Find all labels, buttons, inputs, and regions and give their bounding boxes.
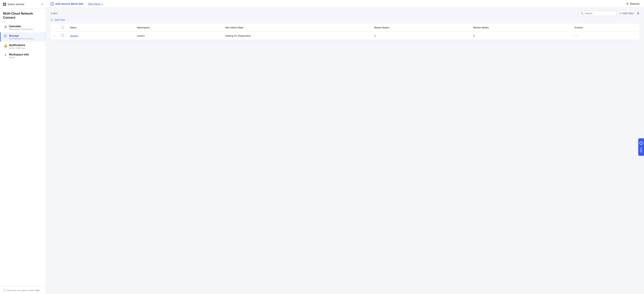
help-panel[interactable]: ? Help — [638, 138, 644, 156]
service-select-label: Select service — [8, 3, 40, 6]
row-checkbox[interactable] — [61, 34, 64, 37]
col-actions: Actions — [571, 24, 640, 32]
col-site-admin-state: Site Admin State — [222, 24, 371, 32]
refresh-button[interactable]: ↻ Refresh — [626, 2, 640, 6]
plus-icon: + — [50, 2, 54, 6]
grid-icon — [3, 3, 6, 6]
sidebar-item-workspace-info[interactable]: ℹWorkspace InfoAbout — [0, 51, 46, 61]
hide-filter-label: Hide Filter — [622, 12, 634, 15]
col-checkbox — [58, 24, 67, 32]
row-expand-cell: › — [50, 32, 58, 40]
row-worker-nodes: 0 — [473, 34, 474, 37]
app-title: Multi-Cloud Network Connect — [0, 9, 46, 21]
overview-icon: ⊞ — [4, 25, 7, 29]
row-expand-button[interactable]: › — [54, 34, 55, 38]
site-name-link[interactable]: daptest — [70, 34, 78, 37]
row-namespace-cell: system — [134, 32, 222, 40]
sidebar-item-overview[interactable]: ⊞OverviewNetworking, Performance,... — [0, 23, 46, 32]
info-icon: i — [3, 289, 6, 292]
sidebar-item-sub-manage: Site Management, Conne... — [9, 38, 35, 40]
main-content: + Add Secure Mesh Site Tech Docs ↗ ↻ Ref… — [46, 0, 644, 294]
sidebar-item-sub-workspace-info: About — [9, 56, 29, 59]
row-actions-cell: ··· — [571, 32, 640, 40]
row-namespace: system — [137, 34, 145, 37]
col-namespace: Namespace — [134, 24, 222, 32]
search-input[interactable] — [584, 12, 614, 15]
settings-button[interactable]: ⚙ — [637, 12, 640, 15]
sidebar-item-label-notifications: Notifications — [9, 44, 26, 47]
workspace-info-icon: ℹ — [4, 53, 7, 57]
sites-table: Name Namespace Site Admin State Master N… — [50, 24, 640, 40]
refresh-icon: ↻ — [626, 2, 629, 6]
sidebar-item-label-workspace-info: Workspace Info — [9, 53, 29, 56]
row-site-admin-state: Waiting for Registration — [225, 34, 251, 37]
footer-text: Advanced nav options visible — [7, 289, 34, 291]
row-site-admin-state-cell: Waiting for Registration — [222, 32, 371, 40]
row-check-cell — [58, 32, 67, 40]
row-master-nodes-cell: 1 — [371, 32, 470, 40]
table-row: › daptest system Waiting for Registratio… — [50, 32, 640, 40]
filter-icon: ⊟ — [50, 18, 53, 21]
chevron-up-icon: ∧ — [620, 12, 622, 15]
row-name-cell: daptest — [67, 32, 134, 40]
hide-nav-link[interactable]: Hide — [35, 289, 40, 291]
service-select-dropdown[interactable]: Select service ▾ — [0, 0, 46, 9]
table-header-row: Name Namespace Site Admin State Master N… — [50, 24, 640, 32]
row-actions-button[interactable]: ··· — [574, 34, 578, 38]
notifications-icon: 🔔 — [4, 44, 7, 47]
item-count: 1 item — [50, 12, 575, 15]
add-btn-label: Add Secure Mesh Site — [55, 2, 84, 5]
content-area: 1 item 🔍 ∧ Hide Filter ⚙ ⊟ Add Filter — [46, 8, 644, 294]
help-label: Help — [640, 148, 643, 153]
sidebar-nav: ⊞OverviewNetworking, Performance,...⚿Man… — [0, 21, 46, 286]
add-secure-mesh-site-button[interactable]: + Add Secure Mesh Site — [50, 2, 84, 6]
sidebar-item-label-manage: Manage — [9, 34, 35, 37]
table-toolbar: 1 item 🔍 ∧ Hide Filter ⚙ — [50, 11, 640, 16]
row-worker-nodes-cell: 0 — [470, 32, 571, 40]
help-icon: ? — [640, 141, 643, 145]
tech-docs-link[interactable]: Tech Docs ↗ — [88, 2, 103, 5]
top-bar: + Add Secure Mesh Site Tech Docs ↗ ↻ Ref… — [46, 0, 644, 8]
sidebar: Select service ▾ Multi-Cloud Network Con… — [0, 0, 46, 294]
col-name: Name — [67, 24, 134, 32]
sidebar-item-notifications[interactable]: 🔔NotificationsAlerts, Audit Logs — [0, 42, 46, 51]
sidebar-item-manage[interactable]: ⚿ManageSite Management, Conne... — [0, 32, 46, 42]
search-box[interactable]: 🔍 — [578, 11, 616, 16]
row-master-nodes: 1 — [374, 34, 376, 37]
select-all-checkbox[interactable] — [61, 26, 64, 29]
tech-docs-label: Tech Docs — [88, 2, 100, 5]
sidebar-footer: i Advanced nav options visible Hide — [0, 286, 46, 294]
col-master-nodes: Master Nodes — [371, 24, 470, 32]
add-filter-button[interactable]: Add Filter — [54, 19, 65, 21]
filter-bar: ⊟ Add Filter — [50, 18, 640, 21]
search-icon: 🔍 — [580, 12, 584, 15]
sidebar-item-label-overview: Overview — [9, 25, 35, 28]
chevron-down-icon: ▾ — [42, 3, 43, 6]
manage-icon: ⚿ — [4, 34, 7, 38]
sidebar-item-sub-notifications: Alerts, Audit Logs — [9, 47, 26, 49]
col-worker-nodes: Worker Nodes — [470, 24, 571, 32]
sidebar-item-sub-overview: Networking, Performance,... — [9, 28, 35, 30]
gear-icon: ⚙ — [637, 12, 640, 15]
external-link-icon: ↗ — [101, 3, 103, 5]
hide-filter-button[interactable]: ∧ Hide Filter — [620, 12, 634, 15]
refresh-label: Refresh — [630, 2, 640, 5]
col-expand — [50, 24, 58, 32]
